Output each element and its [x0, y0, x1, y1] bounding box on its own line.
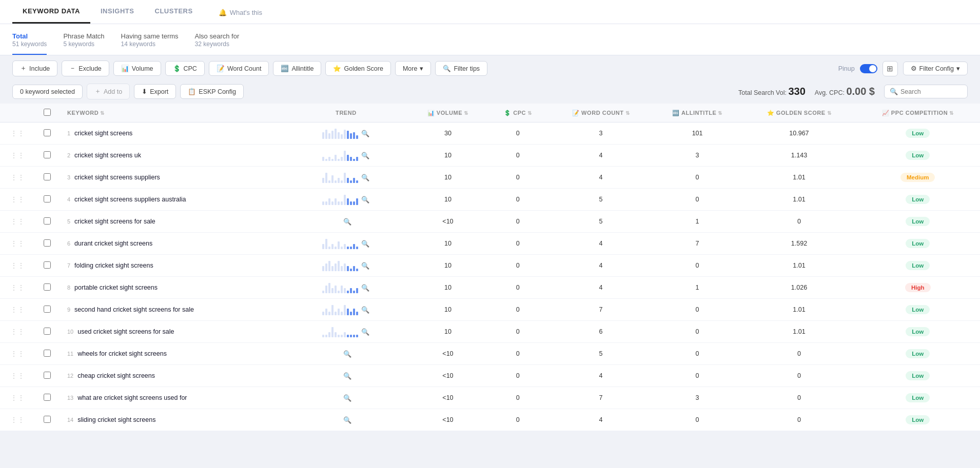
more-button[interactable]: More ▾ [395, 61, 431, 76]
ppc-col-header[interactable]: 📈 PPC COMPETITION ⇅ [855, 104, 980, 123]
pinup-toggle[interactable] [860, 64, 877, 73]
golden-score-cell: 10.967 [742, 123, 855, 145]
row-checkbox[interactable] [35, 145, 59, 167]
filter-config-button[interactable]: ⚙ Filter Config ▾ [903, 62, 968, 75]
search-zoom-icon[interactable]: 🔍 [361, 174, 369, 181]
drag-handle[interactable]: ⋮⋮ [0, 343, 35, 365]
drag-handle[interactable]: ⋮⋮ [0, 409, 35, 431]
kw-tab-same-terms[interactable]: Having same terms 14 keywords [121, 29, 179, 55]
drag-handle[interactable]: ⋮⋮ [0, 233, 35, 255]
tab-insights[interactable]: INSIGHTS [90, 0, 145, 24]
drag-handle[interactable]: ⋮⋮ [0, 211, 35, 233]
drag-handle[interactable]: ⋮⋮ [0, 321, 35, 343]
sparkline [322, 194, 358, 205]
row-checkbox[interactable] [35, 387, 59, 409]
filter-tips-button[interactable]: 🔍 Filter tips [435, 61, 487, 76]
row-checkbox-input[interactable] [44, 416, 51, 423]
search-zoom-icon[interactable]: 🔍 [361, 196, 369, 204]
keyword-cell: 9second hand cricket sight screens for s… [59, 299, 282, 321]
row-checkbox[interactable] [35, 167, 59, 189]
tab-keyword-data[interactable]: KEYWORD DATA [12, 0, 90, 24]
search-zoom-icon[interactable]: 🔍 [361, 328, 369, 336]
keyword-col-header[interactable]: KEYWORD ⇅ [59, 104, 282, 123]
row-checkbox[interactable] [35, 123, 59, 145]
search-box[interactable]: 🔍 [884, 85, 968, 98]
add-to-button[interactable]: ＋ Add to [87, 84, 130, 99]
spark-bar [331, 305, 334, 315]
include-button[interactable]: ＋ Include [12, 60, 57, 76]
row-checkbox[interactable] [35, 255, 59, 277]
search-zoom-icon[interactable]: 🔍 [361, 306, 369, 314]
trend-sparkline-container: 🔍 [286, 370, 406, 381]
row-checkbox-input[interactable] [44, 129, 51, 136]
row-checkbox-input[interactable] [44, 239, 51, 247]
search-input[interactable] [900, 88, 962, 95]
volume-button[interactable]: 📊 Volume [113, 61, 161, 76]
search-zoom-icon[interactable]: 🔍 [361, 152, 369, 159]
row-checkbox[interactable] [35, 277, 59, 299]
row-checkbox-input[interactable] [44, 350, 51, 357]
export-icon: ⬇ [142, 88, 147, 95]
tab-clusters[interactable]: CLUSTERS [144, 0, 203, 24]
word-count-button[interactable]: 📝 Word Count [209, 61, 269, 76]
row-checkbox-input[interactable] [44, 173, 51, 180]
export-button[interactable]: ⬇ Export [134, 84, 176, 99]
search-zoom-icon[interactable]: 🔍 [343, 218, 351, 226]
row-checkbox[interactable] [35, 343, 59, 365]
search-zoom-icon[interactable]: 🔍 [343, 416, 351, 424]
row-checkbox[interactable] [35, 299, 59, 321]
row-checkbox-input[interactable] [44, 151, 51, 158]
drag-handle[interactable]: ⋮⋮ [0, 255, 35, 277]
row-checkbox[interactable] [35, 321, 59, 343]
row-checkbox-input[interactable] [44, 372, 51, 379]
row-number: 3 [67, 174, 70, 180]
row-checkbox[interactable] [35, 211, 59, 233]
drag-handle[interactable]: ⋮⋮ [0, 145, 35, 167]
row-checkbox-input[interactable] [44, 283, 51, 291]
eskp-config-button[interactable]: 📋 ESKP Config [180, 84, 244, 99]
drag-handle[interactable]: ⋮⋮ [0, 387, 35, 409]
kw-tab-also-search[interactable]: Also search for 32 keywords [195, 29, 240, 55]
spark-bar [331, 159, 334, 161]
row-checkbox[interactable] [35, 233, 59, 255]
allintitle-col-header[interactable]: 🔤 ALLINTITLE ⇅ [652, 104, 743, 123]
golden-score-button[interactable]: ⭐ Golden Score [325, 61, 390, 76]
volume-col-header[interactable]: 📊 VOLUME ⇅ [410, 104, 486, 123]
search-zoom-icon[interactable]: 🔍 [361, 130, 369, 137]
cpc-col-header[interactable]: 💲 CPC ⇅ [486, 104, 550, 123]
drag-handle[interactable]: ⋮⋮ [0, 167, 35, 189]
search-zoom-icon[interactable]: 🔍 [343, 350, 351, 358]
select-all-checkbox[interactable] [44, 109, 51, 116]
row-checkbox[interactable] [35, 189, 59, 211]
drag-handle[interactable]: ⋮⋮ [0, 123, 35, 145]
row-checkbox-input[interactable] [44, 195, 51, 202]
search-zoom-icon[interactable]: 🔍 [361, 284, 369, 292]
search-zoom-icon[interactable]: 🔍 [343, 372, 351, 380]
search-zoom-icon[interactable]: 🔍 [361, 240, 369, 248]
drag-handle[interactable]: ⋮⋮ [0, 189, 35, 211]
spark-bar [322, 244, 324, 249]
kw-tab-phrase-match[interactable]: Phrase Match 5 keywords [63, 29, 104, 55]
row-checkbox[interactable] [35, 365, 59, 387]
golden-score-col-header[interactable]: ⭐ GOLDEN SCORE ⇅ [742, 104, 855, 123]
kw-tab-total[interactable]: Total 51 keywords [12, 29, 47, 55]
row-checkbox[interactable] [35, 409, 59, 431]
row-checkbox-input[interactable] [44, 306, 51, 313]
cpc-button[interactable]: 💲 CPC [165, 61, 205, 76]
word-count-col-header[interactable]: 📝 WORD COUNT ⇅ [550, 104, 652, 123]
row-checkbox-input[interactable] [44, 261, 51, 269]
row-checkbox-input[interactable] [44, 394, 51, 401]
drag-handle[interactable]: ⋮⋮ [0, 299, 35, 321]
search-zoom-icon[interactable]: 🔍 [361, 262, 369, 270]
exclude-button[interactable]: － Exclude [62, 60, 109, 76]
search-zoom-icon[interactable]: 🔍 [343, 394, 351, 402]
row-checkbox-input[interactable] [44, 328, 51, 335]
drag-handle[interactable]: ⋮⋮ [0, 277, 35, 299]
grid-view-button[interactable]: ⊞ [883, 61, 898, 76]
row-checkbox-input[interactable] [44, 217, 51, 225]
allintitle-button[interactable]: 🔤 Allintitle [273, 61, 321, 76]
whats-this-button[interactable]: 🔔 What's this [208, 2, 272, 24]
spark-bar [350, 269, 352, 271]
drag-handle[interactable]: ⋮⋮ [0, 365, 35, 387]
golden-score-cell: 0 [742, 343, 855, 365]
